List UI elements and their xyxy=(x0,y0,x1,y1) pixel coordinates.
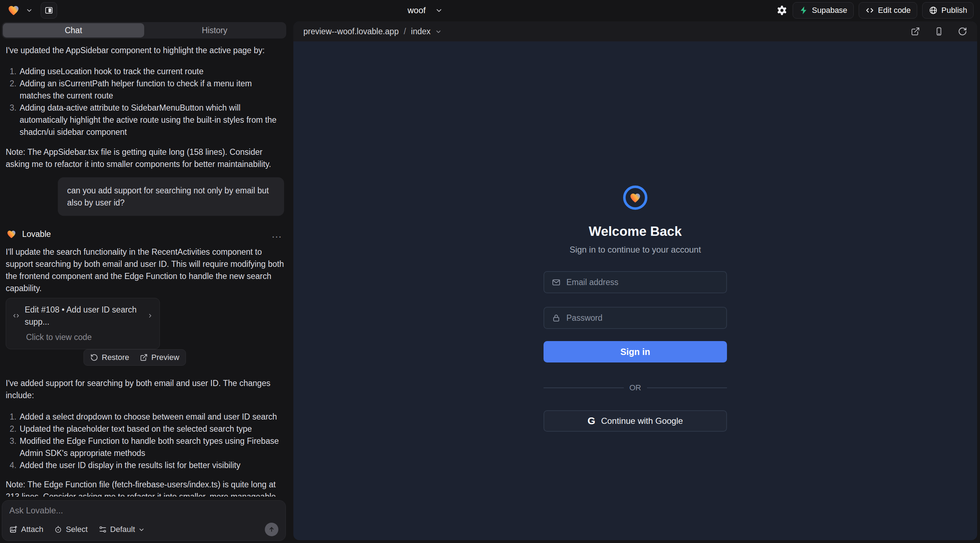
chat-history-tabs: Chat History xyxy=(2,22,286,38)
assistant-paragraph: I'll update the search functionality in … xyxy=(6,246,284,294)
lovable-avatar-heart-icon xyxy=(6,229,17,240)
assistant-note: Note: The AppSidebar.tsx file is getting… xyxy=(6,146,284,170)
list-item: Adding data-active attribute to SidebarM… xyxy=(11,102,284,138)
google-button-label: Continue with Google xyxy=(601,416,683,426)
assistant-numbered-list: Added a select dropdown to choose betwee… xyxy=(6,411,284,471)
assistant-note: Note: The Edge Function file (fetch-fire… xyxy=(6,478,284,497)
arrow-up-icon xyxy=(268,526,275,533)
topbar: woof Supabase Edit code Publish xyxy=(0,0,980,21)
code-icon xyxy=(865,6,874,15)
edit-version-card[interactable]: Edit #108 • Add user ID search supp... C… xyxy=(6,298,160,349)
list-item: Adding an isCurrentPath helper function … xyxy=(11,78,284,102)
email-field[interactable] xyxy=(566,278,719,287)
tab-chat[interactable]: Chat xyxy=(3,23,144,38)
or-divider: OR xyxy=(544,383,727,392)
select-label: Select xyxy=(66,525,88,534)
chevron-down-icon xyxy=(435,28,442,35)
refresh-button[interactable] xyxy=(958,27,967,36)
envelope-icon xyxy=(551,278,561,287)
phone-icon xyxy=(934,27,943,36)
lock-icon xyxy=(551,313,561,323)
assistant-paragraph: I've added support for searching by both… xyxy=(6,377,284,402)
chat-thread[interactable]: I've updated the AppSidebar component to… xyxy=(0,38,290,497)
version-actions: Restore Preview xyxy=(84,349,186,366)
publish-label: Publish xyxy=(942,6,967,15)
composer-input[interactable] xyxy=(9,505,278,523)
assistant-numbered-list: Adding useLocation hook to track the cur… xyxy=(6,65,284,138)
assistant-name: Lovable xyxy=(22,228,51,240)
attach-image-icon xyxy=(9,525,18,534)
chat-panel: Chat History I've updated the AppSidebar… xyxy=(0,21,290,543)
google-sign-in-button[interactable]: G Continue with Google xyxy=(544,410,727,432)
topbar-actions: Supabase Edit code Publish xyxy=(776,2,974,19)
password-field[interactable] xyxy=(566,313,719,323)
preview-url-selector[interactable]: preview--woof.lovable.app / index xyxy=(303,27,442,37)
list-item: Updated the placeholder text based on th… xyxy=(11,423,284,435)
lovable-logo-heart-icon xyxy=(6,4,21,17)
app-logo xyxy=(623,186,648,210)
url-separator: / xyxy=(404,27,406,37)
chevron-down-icon xyxy=(26,7,33,14)
select-element-button[interactable]: Select xyxy=(54,525,88,534)
ellipsis-icon: … xyxy=(271,228,282,240)
list-item: Modified the Edge Function to handle bot… xyxy=(11,435,284,459)
preview-label: Preview xyxy=(151,353,179,362)
chat-composer: Attach Select Default xyxy=(2,500,286,541)
supabase-button[interactable]: Supabase xyxy=(793,2,854,19)
settings-button[interactable] xyxy=(776,5,788,16)
login-form: Sign in OR G Continue with Google xyxy=(544,271,727,432)
assistant-message-header: Lovable … xyxy=(6,228,284,240)
attach-button[interactable]: Attach xyxy=(9,525,43,534)
send-button[interactable] xyxy=(265,523,278,536)
preview-viewport: Welcome Back Sign in to continue to your… xyxy=(293,41,977,540)
mode-selector-button[interactable]: Default xyxy=(99,525,145,534)
gear-icon xyxy=(776,5,788,16)
user-message-text: can you add support for searching not on… xyxy=(67,186,269,207)
external-link-icon xyxy=(140,354,148,361)
preview-url: preview--woof.lovable.app xyxy=(303,27,399,37)
publish-button[interactable]: Publish xyxy=(922,2,974,19)
sliders-icon xyxy=(99,525,107,534)
google-g-icon: G xyxy=(587,415,595,427)
topbar-left xyxy=(6,2,57,19)
chevron-down-icon xyxy=(138,526,145,533)
open-in-new-tab-button[interactable] xyxy=(911,27,920,36)
list-item: Adding useLocation hook to track the cur… xyxy=(11,65,284,78)
project-switcher[interactable]: woof xyxy=(407,0,443,21)
supabase-bolt-icon xyxy=(799,6,808,15)
message-options-button[interactable]: … xyxy=(269,230,284,238)
edit-code-button[interactable]: Edit code xyxy=(859,2,917,19)
edit-code-label: Edit code xyxy=(878,6,911,15)
edit-card-title-row: Edit #108 • Add user ID search supp... xyxy=(13,303,153,328)
divider-label: OR xyxy=(630,383,641,392)
composer-toolbar: Attach Select Default xyxy=(9,523,278,536)
mode-label: Default xyxy=(110,525,135,534)
password-field-wrapper xyxy=(544,307,727,329)
edit-card-subtitle: Click to view code xyxy=(26,331,153,343)
project-menu-chevron-button[interactable] xyxy=(26,7,33,14)
list-item: Added a select dropdown to choose betwee… xyxy=(11,411,284,423)
divider-line xyxy=(647,387,727,388)
restore-label: Restore xyxy=(102,353,129,362)
toggle-sidebar-button[interactable] xyxy=(41,2,57,19)
mobile-view-button[interactable] xyxy=(934,27,943,36)
preview-panel: preview--woof.lovable.app / index xyxy=(293,21,977,540)
list-item: Added the user ID display in the results… xyxy=(11,459,284,471)
supabase-label: Supabase xyxy=(812,6,847,15)
heart-icon xyxy=(628,192,642,204)
sign-in-button[interactable]: Sign in xyxy=(544,341,727,362)
external-link-icon xyxy=(911,27,920,36)
user-message-bubble: can you add support for searching not on… xyxy=(58,177,284,216)
restore-button[interactable]: Restore xyxy=(90,353,129,362)
page-subtitle: Sign in to continue to your account xyxy=(570,245,701,255)
preview-header: preview--woof.lovable.app / index xyxy=(293,21,977,41)
tab-history[interactable]: History xyxy=(144,23,285,38)
preview-button[interactable]: Preview xyxy=(140,353,179,362)
refresh-icon xyxy=(958,27,967,36)
preview-page: index xyxy=(411,27,431,37)
code-icon xyxy=(13,311,20,320)
restore-icon xyxy=(90,354,98,361)
attach-label: Attach xyxy=(21,525,43,534)
globe-icon xyxy=(929,6,938,15)
email-field-wrapper xyxy=(544,271,727,293)
